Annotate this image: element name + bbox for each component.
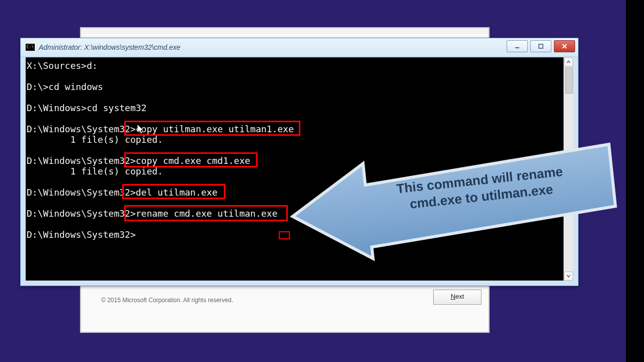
highlight-del-utilman: [122, 184, 225, 199]
next-button-label-rest: ext: [455, 293, 464, 300]
dialog-top-strip: [81, 28, 489, 34]
terminal-text: X:\Sources>d: D:\>cd windows D:\Windows>…: [27, 60, 562, 240]
highlight-copy-cmd: [124, 152, 258, 167]
titlebar[interactable]: C:\ Administrator: X:\windows\system32\c…: [21, 38, 578, 57]
right-pillarbox: [626, 0, 644, 362]
window-buttons: [507, 40, 575, 52]
svg-rect-1: [539, 44, 543, 48]
scroll-down-button[interactable]: [564, 272, 573, 281]
cmd-icon: C:\: [26, 44, 35, 51]
scroll-up-button[interactable]: [564, 57, 573, 66]
highlight-copy-utilman: [124, 121, 300, 136]
copyright-text: © 2015 Microsoft Corporation. All rights…: [101, 297, 233, 304]
minimize-button[interactable]: [507, 40, 528, 52]
maximize-button[interactable]: [530, 40, 551, 52]
scroll-thumb[interactable]: [565, 67, 573, 94]
next-button[interactable]: Next: [433, 290, 481, 305]
close-button[interactable]: [554, 40, 575, 52]
terminal[interactable]: X:\Sources>d: D:\>cd windows D:\Windows>…: [26, 57, 564, 281]
vertical-scrollbar[interactable]: [564, 57, 573, 281]
pencil-cursor: [285, 223, 299, 237]
close-icon: [561, 43, 568, 49]
chevron-up-icon: [566, 59, 571, 64]
pencil-icon: [340, 234, 354, 248]
stage: © 2015 Microsoft Corporation. All rights…: [0, 0, 626, 362]
window-title: Administrator: X:\windows\system32\cmd.e…: [39, 43, 181, 51]
minimize-icon: [514, 43, 520, 49]
maximize-icon: [538, 43, 544, 49]
dialog-footer: © 2015 Microsoft Corporation. All rights…: [81, 286, 489, 332]
terminal-wrap: X:\Sources>d: D:\>cd windows D:\Windows>…: [26, 57, 573, 281]
highlight-rename-cmd: [124, 205, 288, 221]
cmd-window: C:\ Administrator: X:\windows\system32\c…: [20, 38, 579, 286]
chevron-down-icon: [566, 274, 571, 279]
